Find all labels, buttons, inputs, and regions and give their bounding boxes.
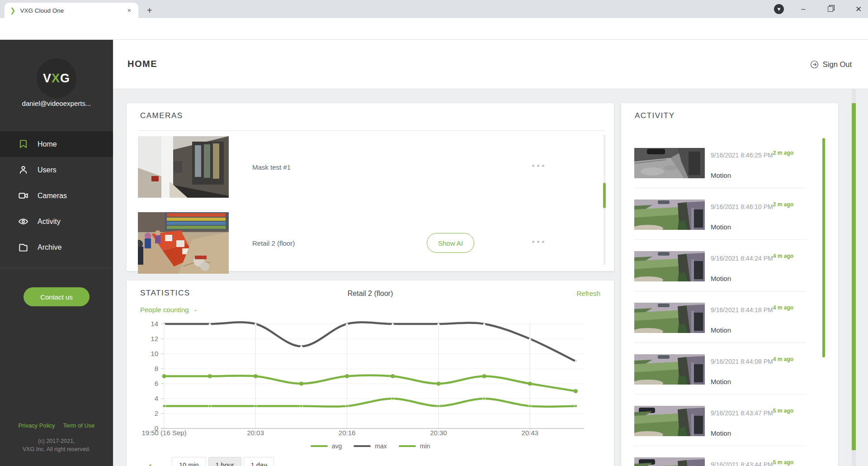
page-title: HOME	[127, 59, 157, 69]
sidebar-item-archive[interactable]: Archive	[0, 234, 113, 260]
camera-row[interactable]: Mask test #1	[138, 136, 594, 198]
activity-thumbnail-image	[634, 303, 705, 333]
activity-divider	[634, 188, 807, 188]
activity-thumbnail[interactable]	[634, 148, 705, 178]
browser-status-icon[interactable]: ▼	[771, 0, 787, 18]
metric-dropdown[interactable]: People counting ⌄	[140, 306, 198, 314]
show-ai-button[interactable]: Show AI	[427, 233, 474, 253]
svg-text:8: 8	[155, 365, 158, 372]
cameras-scrollbar-thumb[interactable]	[603, 183, 606, 208]
activity-time-ago: 2 m ago	[773, 150, 793, 156]
activity-event-type: Motion	[711, 326, 731, 334]
activity-timestamp: 9/16/2021 8:44:08 PM4 m ago	[711, 356, 793, 365]
account-email: daniel@videoexperts...	[0, 100, 113, 107]
activity-thumbnail-image	[634, 200, 705, 230]
activity-thumbnail[interactable]	[634, 354, 705, 385]
chart-next-button[interactable]: ›	[265, 460, 269, 466]
sidebar-item-users[interactable]: Users	[0, 157, 113, 183]
browser-address-bar: ← → ↻ cloud.vxg.io/#reports G Y	[0, 18, 868, 40]
cameras-panel-title: CAMERAS	[140, 111, 183, 120]
legend-swatch	[311, 445, 328, 447]
activity-entry[interactable]: 9/16/2021 8:44:24 PM4 m agoMotion	[621, 251, 838, 303]
sidebar-divider	[0, 268, 113, 268]
statistics-camera-name: Retail 2 (floor)	[127, 290, 614, 298]
activity-thumbnail[interactable]	[634, 457, 705, 466]
activity-entry[interactable]: 9/16/2021 8:43:47 PM5 m agoMotion	[621, 406, 838, 457]
range-button-1-hour[interactable]: 1 hour	[208, 457, 241, 466]
activity-event-type: Motion	[711, 171, 731, 179]
activity-timestamp: 9/16/2021 8:46:25 PM2 m ago	[711, 150, 793, 159]
tab-close-icon[interactable]: ×	[126, 6, 133, 15]
activity-thumbnail[interactable]	[634, 303, 705, 333]
activity-scrollbar-thumb[interactable]	[822, 138, 825, 357]
activity-thumbnail-image	[634, 406, 705, 436]
sidebar-item-cameras[interactable]: Cameras	[0, 183, 113, 209]
term-of-use-link[interactable]: Term of Use	[63, 422, 94, 429]
contact-us-button[interactable]: Contact us	[24, 287, 90, 306]
camera-name: Mask test #1	[252, 163, 291, 171]
page-scrollbar-thumb[interactable]	[852, 103, 856, 450]
range-button-10-min[interactable]: 10 min	[172, 457, 206, 466]
camera-thumbnail[interactable]	[138, 212, 229, 274]
activity-timestamp: 9/16/2021 8:44:18 PM4 m ago	[711, 304, 793, 314]
copyright: (c) 2017-2021, VXG Inc. All right reserv…	[0, 437, 113, 453]
activity-timestamp: 9/16/2021 8:43:47 PM5 m ago	[711, 408, 793, 417]
sign-out-label: Sign Out	[823, 60, 852, 69]
activity-time-ago: 4 m ago	[773, 304, 793, 311]
bookmark-icon	[18, 139, 28, 149]
activity-thumbnail[interactable]	[634, 200, 705, 230]
camera-menu-icon[interactable]	[532, 165, 544, 167]
activity-time-ago: 5 m ago	[773, 408, 793, 414]
activity-thumbnail[interactable]	[634, 251, 705, 281]
activity-divider	[634, 446, 807, 446]
legend-item-max: max	[354, 442, 387, 450]
legend-item-min: min	[399, 442, 430, 450]
svg-text:4: 4	[155, 395, 158, 402]
activity-entry[interactable]: 9/16/2021 8:44:08 PM4 m agoMotion	[621, 354, 838, 406]
activity-divider	[634, 291, 807, 291]
svg-text:19:50 (16 Sep): 19:50 (16 Sep)	[142, 429, 186, 437]
svg-text:6: 6	[155, 380, 158, 387]
camera-row[interactable]: Retail 2 (floor)Show AI	[138, 212, 594, 274]
browser-tab[interactable]: ❯ VXG Cloud One ×	[5, 3, 138, 18]
sidebar-item-label: Activity	[38, 218, 61, 226]
sign-out-button[interactable]: Sign Out	[810, 60, 852, 69]
range-button-1-day[interactable]: 1 day	[244, 457, 274, 466]
camera-thumbnail-image	[138, 212, 229, 274]
activity-thumbnail[interactable]	[634, 406, 705, 436]
cameras-divider	[138, 130, 605, 131]
svg-text:20:03: 20:03	[247, 429, 264, 437]
camera-thumbnail-image	[138, 136, 229, 198]
camera-thumbnail[interactable]	[138, 136, 229, 198]
legend-label: min	[420, 442, 430, 450]
activity-entry[interactable]: 9/16/2021 8:43:44 PM5 m agoMotion	[621, 457, 838, 466]
window-minimize-button[interactable]: –	[796, 0, 811, 18]
activity-thumbnail-image	[634, 148, 705, 178]
privacy-policy-link[interactable]: Privacy Policy	[19, 422, 55, 429]
new-tab-button[interactable]: +	[147, 5, 152, 16]
activity-entry[interactable]: 9/16/2021 8:44:18 PM4 m agoMotion	[621, 303, 838, 354]
sidebar-item-home[interactable]: Home	[0, 131, 113, 157]
window-close-button[interactable]: ✕	[849, 0, 868, 18]
chart-range-controls: ‹ 10 min1 hour1 day ›	[127, 457, 614, 466]
sidebar-item-activity[interactable]: Activity	[0, 209, 113, 234]
camera-menu-icon[interactable]	[532, 241, 544, 243]
activity-thumbnail-image	[634, 457, 705, 466]
sidebar-item-label: Archive	[38, 243, 61, 252]
chart-prev-button[interactable]: ‹	[148, 460, 152, 466]
svg-text:20:30: 20:30	[430, 429, 447, 437]
sidebar: VXG daniel@videoexperts... HomeUsersCame…	[0, 40, 113, 466]
legend-swatch	[354, 445, 371, 447]
legend-item-avg: avg	[311, 442, 342, 450]
activity-thumbnail-image	[634, 354, 705, 385]
activity-entry[interactable]: 9/16/2021 8:46:25 PM2 m agoMotion	[621, 148, 838, 200]
activity-event-type: Motion	[711, 429, 731, 437]
chart-legend: avgmaxmin	[127, 442, 614, 450]
window-restore-button[interactable]	[823, 0, 838, 18]
activity-thumbnail-image	[634, 251, 705, 281]
refresh-link[interactable]: Refresh	[576, 290, 600, 297]
browser-tab-bar: ❯ VXG Cloud One × + ▼ – ✕	[0, 0, 868, 18]
activity-entry[interactable]: 9/16/2021 8:46:10 PM2 m agoMotion	[621, 200, 838, 251]
activity-timestamp: 9/16/2021 8:46:10 PM2 m ago	[711, 201, 793, 210]
sign-out-icon	[810, 60, 819, 69]
